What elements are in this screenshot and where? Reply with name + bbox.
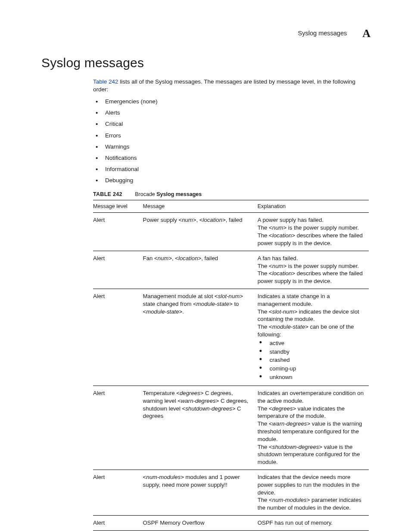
list-item: Debugging: [93, 177, 364, 184]
cell-explanation: OSPF has run out of memory.: [258, 516, 369, 531]
table-reference-link[interactable]: Table 242: [93, 78, 118, 85]
cell-message: Power supply <num>, <location>, failed: [143, 213, 258, 251]
list-item: standby: [258, 348, 364, 356]
list-item: Errors: [93, 132, 364, 140]
cell-message: Fan <num>, <location>, failed: [143, 251, 258, 289]
list-item: active: [258, 339, 364, 347]
intro-block: Table 242 lists all of the Syslog messag…: [93, 78, 364, 185]
cell-level: Alert: [93, 516, 143, 531]
cell-explanation: A power supply has failed.The <num> is t…: [258, 213, 369, 251]
content-area: Syslog messages Table 242 lists all of t…: [41, 54, 372, 531]
cell-explanation: A fan has failed.The <num> is the power …: [258, 251, 369, 289]
intro-paragraph: Table 242 lists all of the Syslog messag…: [93, 78, 364, 93]
list-item: Critical: [93, 120, 364, 128]
table-row: AlertPower supply <num>, <location>, fai…: [93, 213, 369, 251]
cell-message: OSPF Memory Overflow: [143, 516, 258, 531]
cell-message: <num-modules> modules and 1 power supply…: [143, 470, 258, 516]
cell-explanation: Indicates that the device needs more pow…: [258, 470, 369, 516]
list-item: Alerts: [93, 109, 364, 117]
table-title-bold: Syslog messages: [156, 191, 202, 197]
cell-level: Alert: [93, 386, 143, 470]
table-row: AlertTemperature <degrees> C degrees, wa…: [93, 386, 369, 470]
cell-explanation: Indicates an overtemperature condition o…: [258, 386, 369, 470]
section-title: Syslog messages: [41, 54, 372, 72]
cell-explanation: Indicates a state change in a management…: [258, 289, 369, 386]
table-row: Alert<num-modules> modules and 1 power s…: [93, 470, 369, 516]
list-item: Warnings: [93, 143, 364, 151]
syslog-table: Message level Message Explanation AlertP…: [93, 200, 369, 531]
table-body: AlertPower supply <num>, <location>, fai…: [93, 213, 369, 530]
list-item: crashed: [258, 356, 364, 364]
table-header-row: Message level Message Explanation: [93, 200, 369, 213]
running-header-chapter: A: [362, 26, 371, 41]
table-number: TABLE 242: [93, 191, 122, 197]
table-title-prefix: Brocade: [135, 191, 156, 197]
running-header-title: Syslog messages: [298, 29, 347, 38]
cell-level: Alert: [93, 289, 143, 386]
running-header: Syslog messages A: [298, 26, 371, 41]
cell-level: Alert: [93, 251, 143, 289]
levels-list: Emergencies (none)AlertsCriticalErrorsWa…: [93, 98, 364, 185]
col-header-message: Message: [143, 200, 258, 213]
table-row: AlertOSPF Memory OverflowOSPF has run ou…: [93, 516, 369, 531]
list-item: Informational: [93, 165, 364, 173]
table-caption: TABLE 242 Brocade Syslog messages: [93, 191, 372, 198]
intro-rest: lists all of the Syslog messages. The me…: [93, 78, 355, 93]
col-header-level: Message level: [93, 200, 143, 213]
table-row: AlertFan <num>, <location>, failedA fan …: [93, 251, 369, 289]
list-item: Notifications: [93, 154, 364, 162]
module-state-list: activestandbycrashedcoming-upunknown: [258, 339, 364, 381]
table-row: AlertManagement module at slot <slot-num…: [93, 289, 369, 386]
page: Syslog messages A Syslog messages Table …: [0, 0, 411, 532]
list-item: coming-up: [258, 365, 364, 373]
list-item: unknown: [258, 373, 364, 381]
cell-message: Management module at slot <slot-num> sta…: [143, 289, 258, 386]
list-item: Emergencies (none): [93, 98, 364, 106]
cell-level: Alert: [93, 470, 143, 516]
cell-level: Alert: [93, 213, 143, 251]
col-header-explanation: Explanation: [258, 200, 369, 213]
cell-message: Temperature <degrees> C degrees, warning…: [143, 386, 258, 470]
